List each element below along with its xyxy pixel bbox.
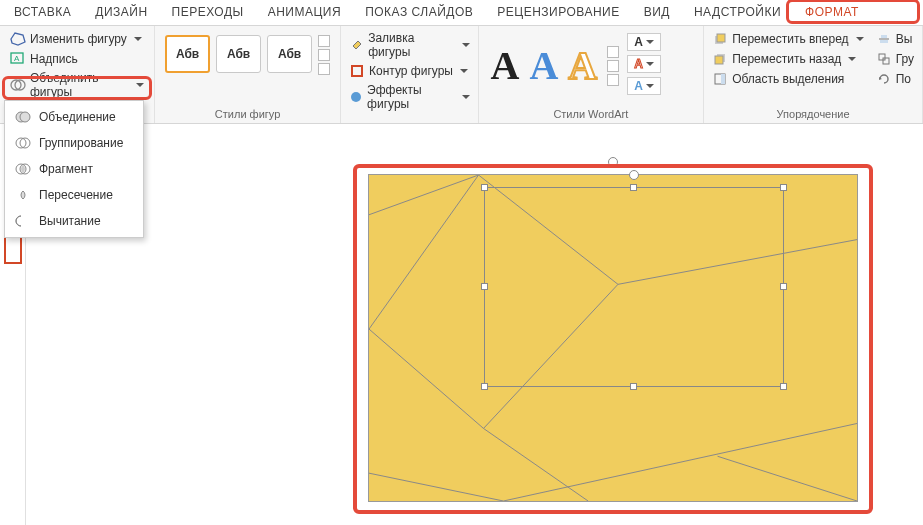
- union-icon: [15, 109, 31, 125]
- svg-rect-10: [715, 56, 723, 64]
- edit-shape-label: Изменить фигуру: [30, 32, 127, 46]
- svg-rect-5: [352, 66, 362, 76]
- selection-pane-button[interactable]: Область выделения: [710, 69, 865, 89]
- align-icon: [876, 31, 892, 47]
- svg-line-27: [369, 175, 479, 329]
- gallery-more[interactable]: [318, 35, 330, 75]
- svg-rect-17: [883, 58, 889, 64]
- shape-style-gallery[interactable]: Абв Абв Абв: [161, 29, 334, 77]
- svg-rect-14: [881, 35, 887, 38]
- shape-style-1[interactable]: Абв: [165, 35, 210, 73]
- effects-icon: [349, 89, 363, 105]
- merge-shapes-label: Объединить фигуры: [30, 71, 129, 99]
- group-shape-format: Заливка фигуры Контур фигуры Эффекты фиг…: [341, 26, 478, 123]
- wordart-style-1[interactable]: A: [491, 46, 520, 86]
- textbox-label: Надпись: [30, 52, 78, 66]
- tab-addins[interactable]: НАДСТРОЙКИ: [682, 0, 793, 25]
- svg-line-31: [484, 428, 589, 501]
- edit-shape-icon: [10, 31, 26, 47]
- selected-shape-rectangle[interactable]: [368, 174, 858, 502]
- svg-rect-16: [879, 54, 885, 60]
- shape-outline-button[interactable]: Контур фигуры: [347, 61, 471, 81]
- svg-text:A: A: [14, 54, 20, 63]
- svg-rect-8: [717, 34, 725, 42]
- menu-intersect[interactable]: Пересечение: [5, 182, 143, 208]
- tab-design[interactable]: ДИЗАЙН: [83, 0, 159, 25]
- tab-transitions[interactable]: ПЕРЕХОДЫ: [160, 0, 256, 25]
- ribbon-tabs: ВСТАВКА ДИЗАЙН ПЕРЕХОДЫ АНИМАЦИЯ ПОКАЗ С…: [0, 0, 923, 26]
- tab-slideshow[interactable]: ПОКАЗ СЛАЙДОВ: [353, 0, 485, 25]
- wordart-gallery[interactable]: A A A: [485, 29, 626, 99]
- tab-review[interactable]: РЕЦЕНЗИРОВАНИЕ: [485, 0, 631, 25]
- chevron-down-icon: [643, 79, 654, 93]
- chevron-down-icon: [459, 38, 470, 52]
- chevron-down-icon: [133, 78, 144, 92]
- group-icon: [876, 51, 892, 67]
- menu-union[interactable]: Объединение: [5, 104, 143, 130]
- svg-line-28: [369, 329, 484, 428]
- edit-shape-button[interactable]: Изменить фигуру: [6, 29, 148, 49]
- svg-rect-12: [721, 74, 725, 84]
- tab-view[interactable]: ВИД: [632, 0, 682, 25]
- selection-pane-icon: [712, 71, 728, 87]
- send-backward-button[interactable]: Переместить назад: [710, 49, 865, 69]
- merge-shapes-button[interactable]: Объединить фигуры: [6, 69, 148, 101]
- tab-animation[interactable]: АНИМАЦИЯ: [256, 0, 353, 25]
- wordart-style-2[interactable]: A: [529, 46, 558, 86]
- gallery-more[interactable]: [607, 46, 619, 86]
- merge-shapes-icon: [10, 77, 26, 93]
- chevron-down-icon: [131, 32, 142, 46]
- chevron-down-icon: [457, 64, 468, 78]
- rotation-handle[interactable]: [629, 170, 639, 180]
- rotate-icon: [876, 71, 892, 87]
- rotation-handle[interactable]: [608, 157, 618, 167]
- wordart-style-3[interactable]: A: [568, 46, 597, 86]
- subtract-icon: [15, 213, 31, 229]
- group-label-arrange: Упорядочение: [710, 106, 916, 121]
- shape-fill-button[interactable]: Заливка фигуры: [347, 29, 471, 61]
- group-button[interactable]: Гру: [874, 49, 916, 69]
- chevron-down-icon: [459, 90, 470, 104]
- svg-line-33: [503, 423, 857, 501]
- menu-combine[interactable]: Группирование: [5, 130, 143, 156]
- svg-marker-0: [11, 33, 25, 45]
- shape-style-3[interactable]: Абв: [267, 35, 312, 73]
- group-shape-styles: Абв Абв Абв Стили фигур: [155, 26, 341, 123]
- svg-point-6: [351, 92, 361, 102]
- textbox-button[interactable]: A Надпись: [6, 49, 148, 69]
- bring-forward-button[interactable]: Переместить вперед: [710, 29, 865, 49]
- rotate-button[interactable]: По: [874, 69, 916, 89]
- menu-fragment[interactable]: Фрагмент: [5, 156, 143, 182]
- svg-point-20: [20, 112, 30, 122]
- svg-line-25: [369, 175, 479, 215]
- chevron-down-icon: [845, 52, 856, 66]
- shape-effects-button[interactable]: Эффекты фигуры: [347, 81, 471, 113]
- text-effects-button[interactable]: A: [627, 77, 661, 95]
- chevron-down-icon: [853, 32, 864, 46]
- combine-icon: [15, 135, 31, 151]
- group-label-wordart: Стили WordArt: [485, 106, 698, 121]
- svg-line-32: [369, 473, 503, 501]
- menu-subtract[interactable]: Вычитание: [5, 208, 143, 234]
- text-outline-button[interactable]: A: [627, 55, 661, 73]
- textbox-icon: A: [10, 51, 26, 67]
- text-fill-button[interactable]: A: [627, 33, 661, 51]
- selected-shape-inner[interactable]: [484, 187, 784, 387]
- intersect-icon: [15, 187, 31, 203]
- group-wordart: A A A A A A Стили WordArt: [479, 26, 705, 123]
- chevron-down-icon: [643, 35, 654, 49]
- chevron-down-icon: [643, 57, 654, 71]
- svg-rect-15: [880, 40, 888, 43]
- align-button[interactable]: Вы: [874, 29, 916, 49]
- send-backward-icon: [712, 51, 728, 67]
- tab-format[interactable]: ФОРМАТ: [793, 0, 871, 25]
- fill-icon: [349, 37, 364, 53]
- tab-insert[interactable]: ВСТАВКА: [2, 0, 83, 25]
- group-arrange: Переместить вперед Переместить назад Обл…: [704, 26, 923, 123]
- group-label-styles: Стили фигур: [161, 106, 334, 121]
- shape-style-2[interactable]: Абв: [216, 35, 261, 73]
- fragment-icon: [15, 161, 31, 177]
- bring-forward-icon: [712, 31, 728, 47]
- merge-shapes-menu: Объединение Группирование Фрагмент Перес…: [4, 100, 144, 238]
- outline-icon: [349, 63, 365, 79]
